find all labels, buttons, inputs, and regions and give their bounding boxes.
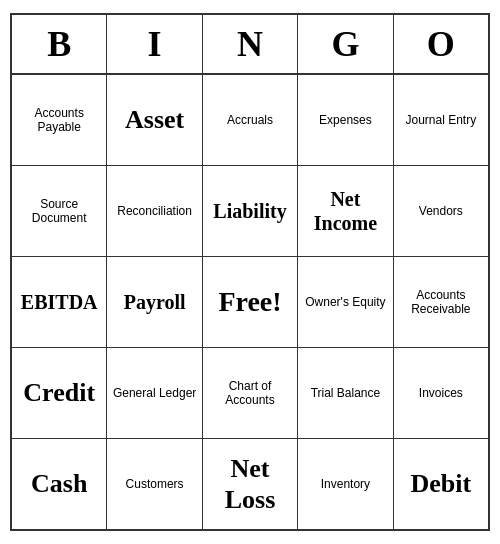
bingo-row-4: CashCustomersNet LossInventoryDebit <box>12 439 488 529</box>
header-letter-n: N <box>203 15 298 73</box>
bingo-row-0: Accounts PayableAssetAccrualsExpensesJou… <box>12 75 488 166</box>
bingo-cell-3-4: Invoices <box>394 348 488 438</box>
bingo-cell-0-0: Accounts Payable <box>12 75 107 165</box>
bingo-cell-0-2: Accruals <box>203 75 298 165</box>
bingo-cell-3-2: Chart of Accounts <box>203 348 298 438</box>
bingo-cell-0-4: Journal Entry <box>394 75 488 165</box>
bingo-cell-2-3: Owner's Equity <box>298 257 393 347</box>
bingo-cell-0-3: Expenses <box>298 75 393 165</box>
header-letter-g: G <box>298 15 393 73</box>
bingo-cell-1-3: Net Income <box>298 166 393 256</box>
bingo-row-1: Source DocumentReconciliationLiabilityNe… <box>12 166 488 257</box>
bingo-cell-3-1: General Ledger <box>107 348 202 438</box>
bingo-cell-4-4: Debit <box>394 439 488 529</box>
bingo-cell-3-3: Trial Balance <box>298 348 393 438</box>
bingo-cell-4-0: Cash <box>12 439 107 529</box>
bingo-cell-0-1: Asset <box>107 75 202 165</box>
bingo-card: BINGO Accounts PayableAssetAccrualsExpen… <box>10 13 490 531</box>
bingo-cell-2-0: EBITDA <box>12 257 107 347</box>
bingo-cell-1-4: Vendors <box>394 166 488 256</box>
bingo-cell-1-0: Source Document <box>12 166 107 256</box>
bingo-cell-2-2: Free! <box>203 257 298 347</box>
bingo-cell-4-2: Net Loss <box>203 439 298 529</box>
bingo-header: BINGO <box>12 15 488 75</box>
bingo-cell-4-1: Customers <box>107 439 202 529</box>
bingo-grid: Accounts PayableAssetAccrualsExpensesJou… <box>12 75 488 529</box>
bingo-row-2: EBITDAPayrollFree!Owner's EquityAccounts… <box>12 257 488 348</box>
bingo-cell-2-4: Accounts Receivable <box>394 257 488 347</box>
bingo-cell-4-3: Inventory <box>298 439 393 529</box>
bingo-cell-3-0: Credit <box>12 348 107 438</box>
bingo-cell-1-2: Liability <box>203 166 298 256</box>
header-letter-b: B <box>12 15 107 73</box>
header-letter-o: O <box>394 15 488 73</box>
bingo-cell-1-1: Reconciliation <box>107 166 202 256</box>
bingo-row-3: CreditGeneral LedgerChart of AccountsTri… <box>12 348 488 439</box>
header-letter-i: I <box>107 15 202 73</box>
bingo-cell-2-1: Payroll <box>107 257 202 347</box>
